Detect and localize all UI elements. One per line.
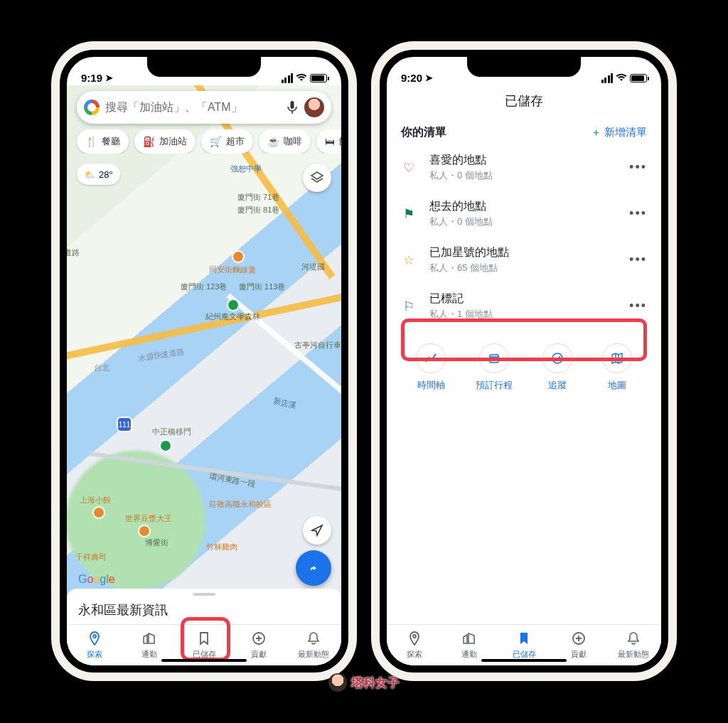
- business-pin-icon: [232, 250, 245, 263]
- microphone-icon[interactable]: [286, 101, 299, 114]
- search-placeholder: 搜尋「加油站」、「ATM」: [105, 100, 280, 115]
- cellular-icon: [601, 73, 614, 83]
- list-item-title: 喜愛的地點: [429, 153, 616, 168]
- recenter-button[interactable]: [303, 516, 331, 545]
- list-item-favorites[interactable]: ♡ 喜愛的地點 私人・0 個地點 •••: [387, 144, 661, 191]
- more-icon[interactable]: •••: [629, 299, 647, 314]
- sheet-title: 永和區最新資訊: [78, 601, 168, 618]
- tab-explore[interactable]: 探索: [67, 625, 122, 665]
- bell-icon: [627, 631, 640, 648]
- poi-label: 新店溪: [272, 396, 297, 412]
- park-pin-icon: [227, 299, 240, 311]
- plus-circle-icon: [572, 631, 586, 648]
- list-item-labeled[interactable]: ⚐ 已標記 私人・1 個地點 •••: [387, 283, 661, 329]
- park-pin-icon: [159, 439, 172, 452]
- quick-actions: 時間軸 預訂行程 追蹤 地圖: [387, 329, 661, 392]
- battery-icon: [630, 74, 647, 82]
- status-time: 9:20➤: [401, 72, 433, 84]
- home-indicator[interactable]: [481, 659, 567, 662]
- location-arrow-icon: ➤: [105, 73, 113, 83]
- list-item-title: 已加星號的地點: [429, 245, 616, 260]
- bell-icon: [307, 631, 320, 648]
- list-item-starred[interactable]: ☆ 已加星號的地點 私人・65 個地點 •••: [387, 237, 661, 283]
- status-indicators: [282, 73, 328, 84]
- layers-button[interactable]: [303, 164, 331, 192]
- buildings-icon: [462, 631, 476, 648]
- calendar-icon: [479, 343, 509, 373]
- poi-label: 台北: [94, 363, 109, 373]
- chip-coffee[interactable]: ☕咖啡: [259, 129, 311, 154]
- weather-pill[interactable]: ⛅ 28°: [77, 164, 120, 185]
- directions-button[interactable]: [296, 550, 331, 586]
- flag-icon: ⚑: [401, 206, 417, 222]
- tab-explore[interactable]: 探索: [387, 625, 441, 665]
- list-item-sub: 私人・0 個地點: [429, 215, 616, 228]
- quick-timeline[interactable]: 時間軸: [416, 343, 446, 392]
- quick-reservations[interactable]: 預訂行程: [476, 343, 513, 392]
- status-time: 9:19➤: [81, 72, 113, 84]
- chip-gas[interactable]: ⛽加油站: [134, 129, 196, 154]
- location-arrow-icon: ➤: [425, 73, 433, 83]
- quick-maps[interactable]: 地圖: [602, 343, 632, 392]
- poi-label: 同安街麵線羹: [209, 264, 256, 275]
- heart-icon: ♡: [401, 160, 417, 176]
- list-item-title: 想去的地點: [429, 199, 616, 214]
- chip-market[interactable]: 🛒超市: [201, 129, 253, 154]
- svg-rect-4: [490, 355, 498, 363]
- more-icon[interactable]: •••: [629, 252, 647, 267]
- screen-right: 9:20➤ 已儲存 你的清單 ＋ 新增清單 ♡: [380, 50, 668, 673]
- pin-icon: [87, 631, 102, 648]
- list-item-want-to-go[interactable]: ⚑ 想去的地點 私人・0 個地點 •••: [387, 191, 661, 237]
- quick-following[interactable]: 追蹤: [542, 343, 572, 392]
- poi-label: 莊敬高職永和校區: [209, 499, 272, 510]
- more-icon[interactable]: •••: [629, 160, 647, 175]
- page-title: 已儲存: [387, 85, 661, 119]
- poi-label: 世界豆漿大王: [125, 513, 172, 524]
- phone-frame-right: 9:20➤ 已儲存 你的清單 ＋ 新增清單 ♡: [371, 41, 677, 681]
- tab-updates[interactable]: 最新動態: [287, 625, 341, 665]
- list-item-sub: 私人・0 個地點: [429, 169, 616, 182]
- sun-cloud-icon: ⛅: [84, 169, 95, 180]
- wifi-icon: [296, 73, 307, 84]
- profile-avatar[interactable]: [304, 97, 324, 117]
- phone-frame-left: 9:19➤ 經濟部 強恕中學 廈門街 71巷 廈門街 81巷 道路 同安街麵線羹…: [51, 41, 357, 681]
- timeline-icon: [416, 343, 446, 373]
- chip-restaurant[interactable]: 🍴餐廳: [77, 129, 129, 154]
- poi-label: 廈門街 123巷: [181, 282, 227, 292]
- svg-point-6: [552, 353, 562, 363]
- battery-icon: [310, 74, 327, 82]
- saved-page: 已儲存 你的清單 ＋ 新增清單 ♡ 喜愛的地點 私人・0 個地點 ••• ⚑: [387, 85, 661, 665]
- weather-temp: 28°: [99, 169, 113, 180]
- coffee-icon: ☕: [267, 136, 279, 147]
- bottom-sheet[interactable]: 永和區最新資訊: [67, 589, 341, 624]
- google-maps-logo-icon: [84, 100, 100, 115]
- more-icon[interactable]: •••: [629, 206, 647, 221]
- flag-icon: ⚐: [401, 299, 417, 314]
- poi-label: 廈門街 113巷: [239, 282, 285, 292]
- status-indicators: [601, 73, 648, 84]
- sheet-handle[interactable]: [193, 593, 215, 596]
- home-indicator[interactable]: [161, 659, 247, 662]
- business-pin-icon: [138, 525, 151, 537]
- gas-pump-icon: ⛽: [143, 136, 155, 147]
- chip-hotel[interactable]: 🛏飯店: [316, 129, 341, 154]
- google-watermark: Google: [78, 573, 115, 586]
- svg-rect-0: [291, 101, 294, 109]
- screen-left: 9:19➤ 經濟部 強恕中學 廈門街 71巷 廈門街 81巷 道路 同安街麵線羹…: [60, 50, 348, 673]
- new-list-button[interactable]: ＋ 新增清單: [591, 126, 647, 139]
- fork-knife-icon: 🍴: [85, 136, 97, 147]
- plus-circle-icon: [252, 631, 266, 648]
- bookmark-icon: [518, 631, 530, 648]
- search-bar[interactable]: 搜尋「加油站」、「ATM」: [77, 91, 331, 124]
- notch: [467, 57, 581, 77]
- poi-label: 廈門街 71巷: [237, 192, 279, 203]
- star-icon: ☆: [401, 252, 417, 268]
- section-header: 你的清單 ＋ 新增清單: [387, 119, 661, 144]
- bookmark-icon: [198, 631, 210, 648]
- tab-updates[interactable]: 最新動態: [606, 625, 661, 665]
- plus-icon: ＋: [591, 126, 601, 139]
- list-item-sub: 私人・1 個地點: [429, 308, 616, 321]
- notch: [147, 57, 261, 77]
- poi-label: 水源快速道路: [137, 346, 185, 363]
- business-pin-icon: [92, 506, 105, 519]
